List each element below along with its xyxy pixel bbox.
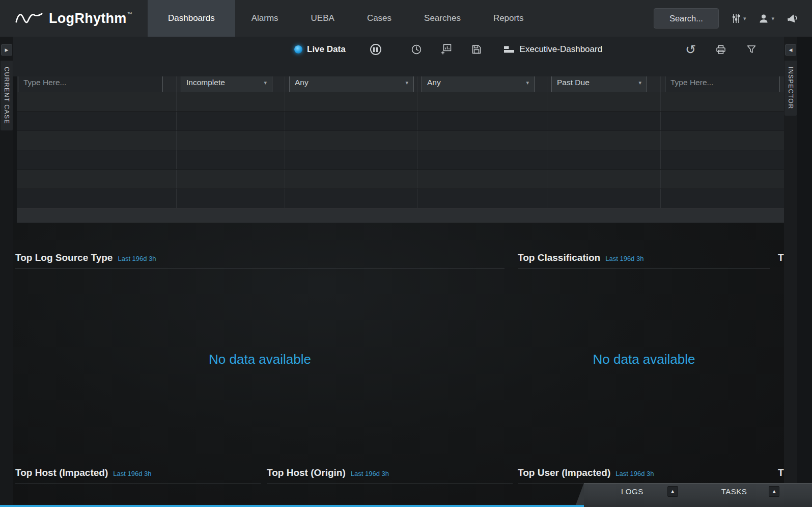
collapse-inspector-button[interactable]: ◀ <box>785 44 796 56</box>
nav-tab-ueba[interactable]: UEBA <box>295 0 351 37</box>
sliders-icon <box>731 13 741 24</box>
dashboard-picker[interactable]: Executive-Dashboard <box>503 44 603 55</box>
filter-cell: Incomplete ▾ <box>177 76 285 92</box>
table-row[interactable] <box>17 150 784 170</box>
pause-live-button[interactable] <box>370 44 381 55</box>
table-row[interactable] <box>17 112 784 131</box>
table-filter-row: Incomplete ▾ Any ▾ Any ▾ Past Due <box>17 76 784 92</box>
inspector-tab[interactable]: INSPECTOR <box>785 61 797 116</box>
owner-filter-select[interactable]: Any ▾ <box>422 76 535 92</box>
widget-title: Top Log Source Type <box>15 252 113 263</box>
nav-right-cluster: Search... ▾ ▾ <box>654 0 812 37</box>
nav-tab-alarms[interactable]: Alarms <box>235 0 295 37</box>
app-window: LogRhythm ™ Dashboards Alarms UEBA Cases… <box>0 0 812 507</box>
widget-top-user-impacted: Top User (Impacted) Last 196d 3h <box>518 467 765 484</box>
logs-tab[interactable]: LOGS <box>621 487 643 496</box>
table-row[interactable] <box>17 131 784 150</box>
time-range-button[interactable] <box>411 44 422 55</box>
toolbar-right-group: ↺ <box>685 37 757 62</box>
filter-cell: Any ▾ <box>417 76 547 92</box>
current-case-tab[interactable]: CURRENT CASE <box>1 61 13 130</box>
no-data-message: No data available <box>15 269 505 450</box>
cases-table-panel: Incomplete ▾ Any ▾ Any ▾ Past Due <box>17 76 784 223</box>
user-menu-button[interactable]: ▾ <box>758 13 774 24</box>
top-nav-bar: LogRhythm ™ Dashboards Alarms UEBA Cases… <box>0 0 812 37</box>
due-date-filter-value: Past Due <box>557 78 590 87</box>
widget-partial-top-right: T <box>778 252 784 263</box>
priority-filter-select[interactable]: Any ▾ <box>289 76 414 92</box>
tasks-tab[interactable]: TASKS <box>721 487 747 496</box>
expand-tasks-button[interactable]: ▲ <box>769 486 779 497</box>
expand-logs-button[interactable]: ▲ <box>667 486 678 497</box>
widget-divider <box>15 484 261 484</box>
filter-button[interactable] <box>746 44 757 55</box>
widget-time-range: Last 196d 3h <box>113 470 151 477</box>
chevron-left-icon: ◀ <box>789 48 793 52</box>
widget-time-range: Last 196d 3h <box>605 255 643 262</box>
dashboard-widgets: Top Log Source Type Last 196d 3h No data… <box>13 223 784 504</box>
current-case-drawer: ▶ CURRENT CASE <box>0 37 13 505</box>
pause-icon <box>370 44 381 55</box>
status-filter-value: Incomplete <box>186 78 225 87</box>
bottom-drawer-bar: LOGS ▲ TASKS ▲ <box>584 483 812 507</box>
widget-top-host-origin: Top Host (Origin) Last 196d 3h <box>267 467 513 484</box>
widget-top-host-impacted: Top Host (Impacted) Last 196d 3h <box>15 467 261 484</box>
clock-icon <box>411 44 422 55</box>
add-widget-button[interactable] <box>440 43 453 56</box>
dashboard-layout-icon <box>503 45 515 54</box>
triangle-up-icon: ▲ <box>670 489 675 494</box>
undo-button[interactable]: ↺ <box>685 43 696 56</box>
chevron-down-icon: ▾ <box>743 16 746 21</box>
filter-cell: Any ▾ <box>285 76 417 92</box>
widget-time-range: Last 196d 3h <box>118 255 156 262</box>
logrhythm-wave-icon <box>14 9 44 28</box>
status-filter-select[interactable]: Incomplete ▾ <box>181 76 272 92</box>
widget-top-classification: Top Classification Last 196d 3h No data … <box>518 252 770 450</box>
toolbar-center-group: Live Data <box>294 37 602 62</box>
triangle-up-icon: ▲ <box>772 489 776 494</box>
priority-filter-value: Any <box>295 78 309 87</box>
save-dashboard-button[interactable] <box>471 44 482 55</box>
logrhythm-logo[interactable]: LogRhythm ™ <box>0 0 148 37</box>
table-row[interactable] <box>17 189 784 208</box>
widget-title: Top Classification <box>518 252 600 263</box>
live-data-label: Live Data <box>307 44 346 55</box>
widget-time-range: Last 196d 3h <box>615 470 654 477</box>
chevron-down-icon: ▾ <box>264 80 267 86</box>
chevron-down-icon: ▾ <box>526 80 529 86</box>
search-button[interactable]: Search... <box>654 8 719 29</box>
widget-title: T <box>778 467 784 478</box>
live-data-indicator[interactable] <box>294 45 302 54</box>
nav-tab-dashboards[interactable]: Dashboards <box>148 0 235 37</box>
table-body <box>17 92 784 208</box>
preferences-menu-button[interactable]: ▾ <box>731 13 746 24</box>
case-text-filter-1[interactable] <box>18 76 163 92</box>
table-row[interactable] <box>17 92 784 112</box>
nav-tab-cases[interactable]: Cases <box>351 0 408 37</box>
brand-trademark: ™ <box>127 11 132 17</box>
widget-title: Top Host (Impacted) <box>15 467 108 478</box>
print-button[interactable] <box>715 44 726 55</box>
dashboard-toolbar: Live Data <box>13 37 784 76</box>
widget-partial-bottom-right: T <box>778 467 784 478</box>
due-date-filter-select[interactable]: Past Due ▾ <box>551 76 647 92</box>
chevron-down-icon: ▾ <box>638 80 641 86</box>
widget-top-log-source-type: Top Log Source Type Last 196d 3h No data… <box>15 252 505 450</box>
table-row[interactable] <box>17 170 784 189</box>
dashboard-name: Executive-Dashboard <box>520 44 603 55</box>
nav-tab-searches[interactable]: Searches <box>408 0 477 37</box>
table-scrollbar[interactable] <box>17 208 784 223</box>
save-icon <box>471 44 482 55</box>
widget-time-range: Last 196d 3h <box>351 470 389 477</box>
no-data-message: No data available <box>518 269 770 450</box>
brand-name: LogRhythm <box>49 11 127 26</box>
bottom-accent-line <box>0 505 584 507</box>
user-icon <box>758 13 769 24</box>
announcements-button[interactable] <box>787 13 799 24</box>
add-widget-icon <box>440 43 453 56</box>
nav-tab-reports[interactable]: Reports <box>477 0 540 37</box>
case-text-filter-2[interactable] <box>665 76 780 92</box>
widget-title: T <box>778 252 784 263</box>
primary-nav: Dashboards Alarms UEBA Cases Searches Re… <box>148 0 540 37</box>
expand-current-case-button[interactable]: ▶ <box>1 44 12 56</box>
